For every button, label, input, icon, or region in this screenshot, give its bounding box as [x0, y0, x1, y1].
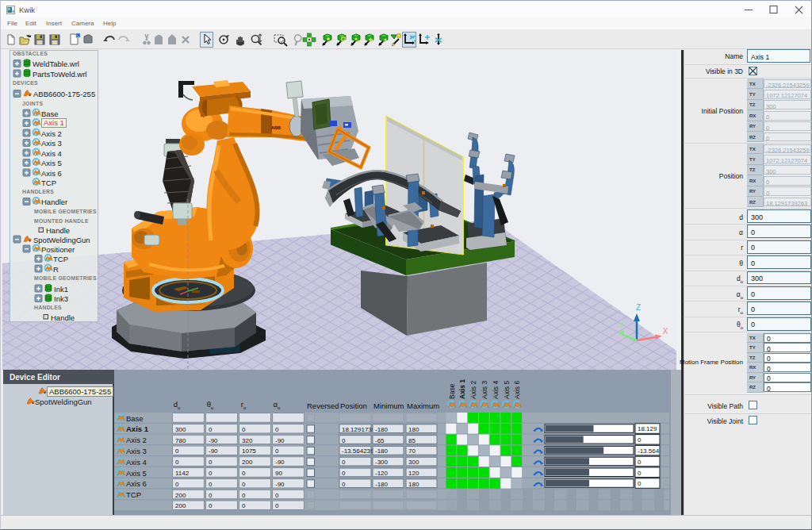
svg-text:0: 0 [342, 470, 346, 477]
svg-text:-13.564239: -13.564239 [342, 447, 374, 455]
svg-text:-300: -300 [375, 459, 389, 466]
svg-text:-13.564: -13.564 [638, 447, 660, 455]
svg-text:18.1291739: 18.1291739 [342, 426, 376, 433]
svg-text:Axis 6: Axis 6 [126, 479, 147, 488]
svg-text:Axis 6: Axis 6 [513, 381, 521, 399]
svg-text:-90: -90 [275, 437, 285, 444]
svg-text:120: 120 [408, 470, 419, 477]
svg-text:18.129: 18.129 [638, 425, 657, 432]
svg-text:Y: Y [619, 321, 624, 329]
svg-text:0: 0 [209, 502, 213, 509]
svg-text:0: 0 [175, 481, 179, 488]
svg-text:0: 0 [638, 459, 642, 466]
svg-text:0: 0 [242, 492, 246, 499]
svg-text:0: 0 [638, 470, 642, 477]
svg-text:180: 180 [408, 426, 419, 433]
svg-text:-90: -90 [275, 459, 285, 466]
svg-text:0: 0 [209, 459, 213, 466]
svg-text:-90: -90 [209, 437, 218, 444]
svg-text:180: 180 [408, 481, 419, 488]
svg-text:-120: -120 [375, 470, 389, 477]
svg-text:0: 0 [638, 436, 642, 444]
svg-text:TCP: TCP [126, 490, 141, 499]
svg-text:300: 300 [408, 459, 419, 466]
svg-text:-90: -90 [275, 481, 285, 488]
svg-text:Axis 2: Axis 2 [126, 436, 147, 444]
svg-text:1075: 1075 [242, 447, 256, 455]
svg-text:0: 0 [342, 481, 346, 488]
svg-text:200: 200 [175, 492, 186, 499]
svg-text:0: 0 [175, 447, 179, 455]
svg-text:-180: -180 [375, 481, 389, 488]
svg-text:90: 90 [275, 470, 282, 477]
svg-text:70: 70 [408, 447, 416, 455]
svg-text:1142: 1142 [175, 470, 190, 477]
svg-text:0: 0 [175, 459, 179, 466]
svg-text:320: 320 [242, 437, 253, 444]
svg-text:Axis 2: Axis 2 [469, 381, 477, 399]
svg-text:0: 0 [242, 470, 246, 477]
svg-text:Axis 1: Axis 1 [458, 379, 466, 399]
svg-text:Axis 5: Axis 5 [126, 469, 147, 478]
svg-text:300: 300 [175, 426, 186, 433]
svg-text:0: 0 [209, 481, 213, 488]
svg-text:0: 0 [209, 426, 213, 433]
svg-text:0: 0 [342, 437, 346, 444]
svg-text:Axis 3: Axis 3 [481, 381, 488, 399]
svg-text:-65: -65 [375, 437, 385, 444]
svg-text:0: 0 [342, 459, 346, 466]
svg-text:Base: Base [126, 414, 144, 423]
svg-text:0: 0 [242, 426, 246, 433]
svg-text:Axis 5: Axis 5 [503, 381, 511, 399]
svg-text:85: 85 [408, 437, 416, 444]
svg-text:200: 200 [242, 459, 253, 466]
svg-text:Base: Base [448, 383, 456, 399]
svg-text:X: X [663, 327, 668, 336]
svg-text:0: 0 [638, 480, 642, 487]
svg-text:Z: Z [636, 303, 641, 312]
svg-text:0: 0 [242, 481, 246, 488]
svg-text:0: 0 [275, 502, 279, 509]
svg-text:-90: -90 [209, 447, 218, 455]
svg-text:0: 0 [275, 447, 279, 455]
svg-text:ABB: ABB [271, 125, 281, 130]
svg-text:Axis 4: Axis 4 [492, 381, 500, 399]
svg-text:-180: -180 [375, 447, 389, 455]
svg-text:0: 0 [275, 492, 279, 499]
svg-text:Axis 3: Axis 3 [126, 447, 147, 455]
svg-text:0: 0 [209, 492, 213, 499]
svg-text:0: 0 [242, 502, 246, 509]
svg-text:0: 0 [275, 426, 279, 433]
svg-text:Axis 1: Axis 1 [126, 424, 149, 433]
svg-text:780: 780 [175, 437, 186, 444]
svg-text:0: 0 [209, 470, 213, 477]
svg-text:-180: -180 [375, 426, 389, 433]
svg-text:Axis 4: Axis 4 [126, 458, 147, 467]
svg-text:200: 200 [175, 502, 186, 509]
